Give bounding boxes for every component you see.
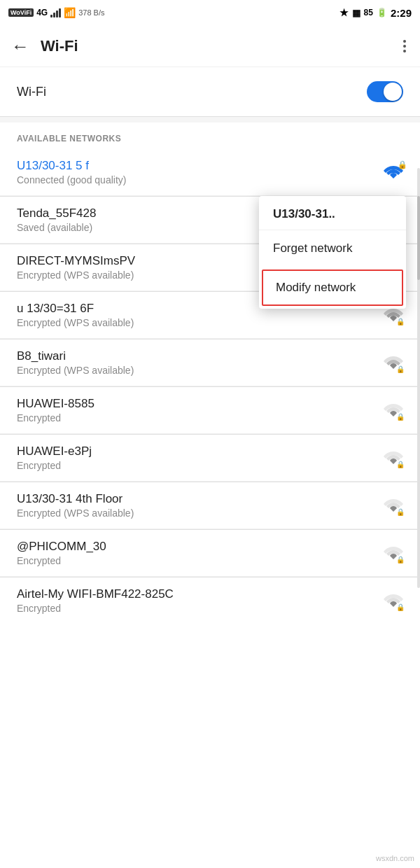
wifi-lock-icon-0: 🔒 (384, 163, 403, 181)
network-name-7: U13/30-31 4th Floor (17, 492, 378, 506)
lock-icon-9: 🔒 (396, 603, 405, 611)
network-item-4[interactable]: B8_tiwari Encrypted (WPS available) 🔒 (0, 340, 420, 386)
network-info-5: HUAWEI-8585 Encrypted (17, 397, 378, 424)
battery-icon: 🔋 (377, 8, 387, 18)
context-menu-title: U13/30-31.. (259, 196, 406, 230)
signal-type: 4G (36, 8, 48, 18)
back-button[interactable]: ← (11, 37, 29, 55)
battery-level: 85 (364, 8, 373, 18)
section-divider (0, 117, 420, 122)
signal-bar-1 (50, 15, 52, 18)
modify-network-button[interactable]: Modify network (262, 270, 403, 306)
network-name-4: B8_tiwari (17, 349, 378, 363)
network-name-0: U13/30-31 5 f (17, 159, 384, 173)
network-name-5: HUAWEI-8585 (17, 397, 378, 411)
wifi-icon-container-8: 🔒 (384, 544, 403, 562)
context-menu: U13/30-31.. Forget network Modify networ… (259, 196, 406, 309)
lock-icon-5: 🔒 (396, 413, 405, 421)
scrollbar[interactable] (417, 168, 420, 588)
lock-icon-6: 🔒 (396, 461, 405, 468)
network-status-7: Encrypted (WPS available) (17, 507, 378, 519)
network-status-3: Encrypted (WPS available) (17, 317, 378, 328)
lock-icon-3: 🔒 (396, 318, 405, 326)
more-dot-3 (403, 50, 406, 52)
available-networks-header: AVAILABLE NETWORKS (0, 122, 420, 149)
watermark: wsxdn.com (376, 854, 414, 862)
signal-bar-4 (59, 8, 61, 18)
network-item-6[interactable]: HUAWEI-e3Pj Encrypted 🔒 (0, 435, 420, 482)
network-name-6: HUAWEI-e3Pj (17, 444, 378, 458)
status-left: WoViFi 4G 📶 378 B/s (8, 7, 105, 18)
network-info-4: B8_tiwari Encrypted (WPS available) (17, 349, 378, 376)
network-status-6: Encrypted (17, 460, 378, 471)
network-info-8: @PHICOMM_30 Encrypted (17, 540, 378, 566)
network-item-5[interactable]: HUAWEI-8585 Encrypted 🔒 (0, 387, 420, 434)
more-dot-2 (403, 45, 406, 48)
more-dot-1 (403, 40, 406, 43)
network-info-7: U13/30-31 4th Floor Encrypted (WPS avail… (17, 492, 378, 519)
wifi-icon-container-7: 🔒 (384, 496, 403, 514)
network-name-9: Airtel-My WIFI-BMF422-825C (17, 587, 378, 601)
wifi-icon-container-4: 🔒 (384, 354, 403, 372)
wifi-toggle-label: Wi-Fi (17, 85, 46, 99)
bluetooth-icon: ★ (340, 7, 349, 18)
page-title: Wi-Fi (41, 37, 400, 55)
signal-bars (50, 8, 61, 18)
signal-bar-3 (56, 10, 58, 18)
network-item-8[interactable]: @PHICOMM_30 Encrypted 🔒 (0, 530, 420, 577)
vibrate-icon: ▦ (352, 8, 360, 18)
lock-icon-0: 🔒 (398, 160, 407, 169)
network-status-4: Encrypted (WPS available) (17, 365, 378, 376)
network-status-0: Connected (good quality) (17, 174, 384, 186)
wifi-icon-container-9: 🔒 (384, 592, 403, 610)
wifi-icon-container-6: 🔒 (384, 449, 403, 467)
network-name-8: @PHICOMM_30 (17, 540, 378, 554)
carrier-badge: WoViFi (8, 8, 34, 17)
lock-icon-7: 🔒 (396, 508, 405, 516)
network-status-8: Encrypted (17, 555, 378, 566)
wifi-toggle-row: Wi-Fi (0, 67, 420, 116)
status-right: ★ ▦ 85 🔋 2:29 (340, 7, 412, 19)
signal-bar-2 (53, 13, 55, 18)
network-item-7[interactable]: U13/30-31 4th Floor Encrypted (WPS avail… (0, 482, 420, 529)
network-info-0: U13/30-31 5 f Connected (good quality) (17, 159, 384, 186)
lock-icon-8: 🔒 (396, 556, 405, 564)
status-bar: WoViFi 4G 📶 378 B/s ★ ▦ 85 🔋 2:29 (0, 0, 420, 25)
network-info-6: HUAWEI-e3Pj Encrypted (17, 444, 378, 471)
data-speed: 378 B/s (78, 8, 104, 17)
toggle-knob (384, 83, 402, 101)
network-item-9[interactable]: Airtel-My WIFI-BMF422-825C Encrypted 🔒 (0, 578, 420, 624)
top-bar: ← Wi-Fi (0, 25, 420, 67)
more-options-button[interactable] (400, 37, 409, 55)
network-status-9: Encrypted (17, 603, 378, 614)
time-display: 2:29 (391, 7, 412, 19)
scrollbar-thumb (417, 196, 420, 280)
lock-icon-4: 🔒 (396, 365, 405, 373)
wifi-toggle[interactable] (367, 81, 403, 102)
forget-network-button[interactable]: Forget network (259, 230, 406, 267)
network-info-9: Airtel-My WIFI-BMF422-825C Encrypted (17, 587, 378, 614)
wifi-status-icon: 📶 (64, 7, 76, 18)
network-item-0[interactable]: U13/30-31 5 f Connected (good quality) 🔒 (0, 149, 420, 196)
network-status-5: Encrypted (17, 412, 378, 424)
wifi-icon-container-5: 🔒 (384, 401, 403, 419)
